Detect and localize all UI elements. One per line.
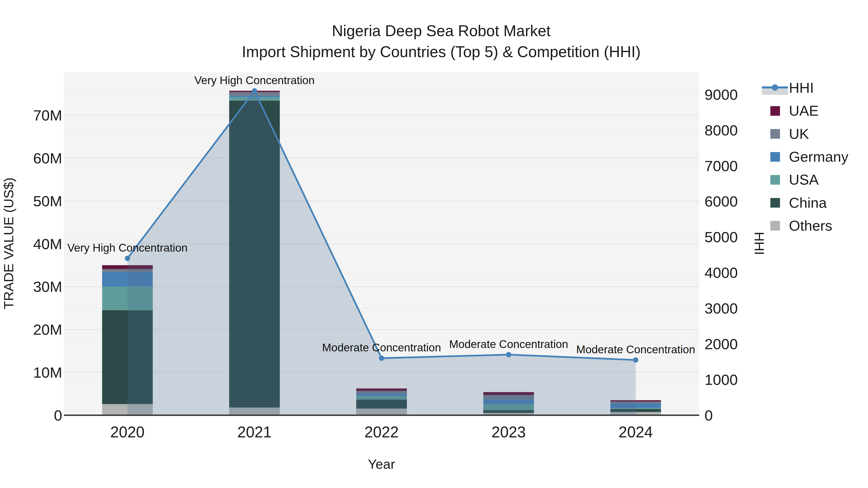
hhi-marker-2021 <box>252 88 257 94</box>
legend-color-swatch <box>770 152 780 162</box>
x-tick-label-2023: 2023 <box>491 423 526 441</box>
legend-marker-icon <box>772 84 778 91</box>
hhi-marker-2023 <box>506 352 512 357</box>
legend-color-swatch <box>770 175 780 185</box>
y2-tick-label: 2000 <box>705 336 738 352</box>
annotation-2020: Very High Concentration <box>67 241 188 254</box>
legend-item-uk[interactable]: UK <box>770 126 809 142</box>
annotation-2023: Moderate Concentration <box>449 338 568 350</box>
y-tick-label: 0 <box>54 407 62 424</box>
legend-label: UK <box>789 126 809 142</box>
y2-tick-label: 3000 <box>705 300 738 317</box>
legend-color-swatch <box>770 221 780 231</box>
legend-item-uae[interactable]: UAE <box>770 103 818 119</box>
legend-label: China <box>789 195 827 211</box>
y2-tick-label: 4000 <box>705 264 738 281</box>
hhi-marker-2022 <box>379 355 384 361</box>
chart-figure: Very High ConcentrationVery High Concent… <box>0 0 868 488</box>
y-tick-label: 10M <box>33 364 62 381</box>
chart-title-line2: Import Shipment by Countries (Top 5) & C… <box>242 43 641 61</box>
y2-tick-label: 6000 <box>705 193 738 210</box>
y2-tick-label: 5000 <box>705 229 738 245</box>
x-tick-label-2022: 2022 <box>364 423 399 441</box>
chart-title-line1: Nigeria Deep Sea Robot Market <box>332 22 551 39</box>
y2-tick-label: 9000 <box>705 86 738 103</box>
legend-label: Germany <box>789 149 848 165</box>
legend-item-others[interactable]: Others <box>770 218 832 234</box>
y-tick-label: 30M <box>33 278 62 295</box>
hhi-marker-2024 <box>633 357 639 363</box>
y2-tick-label: 1000 <box>705 371 738 388</box>
y-tick-label: 40M <box>33 236 62 252</box>
y2-tick-label: 8000 <box>705 122 738 138</box>
x-tick-label-2020: 2020 <box>110 423 145 441</box>
annotation-2022: Moderate Concentration <box>322 341 441 354</box>
y2-tick-label: 7000 <box>705 158 738 174</box>
y2-axis-title: HHI <box>752 232 767 255</box>
annotation-2024: Moderate Concentration <box>576 343 695 356</box>
x-axis-title: Year <box>368 456 395 471</box>
y-axis-title: TRADE VALUE (US$) <box>1 177 16 310</box>
right-axis-tick-labels: 0100020003000400050006000700080009000 <box>705 86 738 424</box>
legend-color-swatch <box>770 129 780 139</box>
chart-canvas: Very High ConcentrationVery High Concent… <box>0 0 868 488</box>
legend-item-china[interactable]: China <box>770 195 827 211</box>
legend: HHIUAEUKGermanyUSAChinaOthers <box>762 80 848 234</box>
annotation-2021: Very High Concentration <box>194 74 315 87</box>
y-tick-label: 60M <box>33 150 62 166</box>
legend-label: UAE <box>789 103 818 119</box>
x-tick-label-2024: 2024 <box>618 423 653 441</box>
y-tick-label: 20M <box>33 321 62 338</box>
legend-item-germany[interactable]: Germany <box>770 149 848 165</box>
y-tick-label: 50M <box>33 193 62 209</box>
y-tick-label: 70M <box>33 107 62 124</box>
legend-label: HHI <box>789 80 814 96</box>
y2-tick-label: 0 <box>705 407 713 424</box>
legend-label: USA <box>789 171 818 188</box>
hhi-marker-2020 <box>125 256 130 261</box>
legend-item-hhi[interactable]: HHI <box>762 80 814 96</box>
legend-color-swatch <box>770 106 780 116</box>
x-tick-label-2021: 2021 <box>237 423 272 441</box>
x-axis-tick-labels: 20202021202220232024 <box>110 423 653 441</box>
left-axis-tick-labels: 010M20M30M40M50M60M70M <box>33 107 62 424</box>
legend-item-usa[interactable]: USA <box>770 171 818 188</box>
legend-label: Others <box>789 218 832 234</box>
legend-color-swatch <box>770 198 780 208</box>
